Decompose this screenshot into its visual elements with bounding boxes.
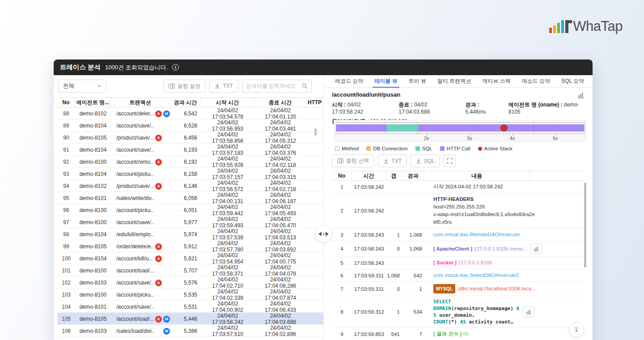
table-row[interactable]: 92demo-8100/account/remo...A6,19224/04/0…	[57, 156, 323, 168]
cell-end-time: 24/04/02 17:04:02.718	[254, 180, 307, 192]
multi-badge	[163, 195, 170, 202]
table-row[interactable]: 91demo-8104/account/save/...6,19324/04/0…	[57, 144, 323, 156]
table-row[interactable]: 99demo-8105/order/delete/e...A5,91224/04…	[57, 240, 323, 252]
column-header[interactable]: 경과	[402, 171, 424, 180]
column-header[interactable]	[530, 171, 584, 180]
column-header[interactable]: 갭	[386, 171, 402, 180]
sql-download-button[interactable]: SQL	[411, 154, 440, 167]
column-header[interactable]: 내용	[424, 171, 530, 180]
content-text: AS	[460, 319, 466, 325]
cell-elapsed: 5,386	[170, 328, 201, 334]
trace-row[interactable]: 817:03:59.3121534SELECTDOMAIN(repository…	[332, 296, 584, 328]
active-stack-marker[interactable]	[500, 124, 508, 132]
search-icon[interactable]	[301, 83, 308, 89]
method-link[interactable]: com.virtual.dao.RemoteDAO#execute	[433, 232, 520, 237]
window-header: 트레이스 분석 1000건 조회되었습니다. i	[54, 60, 593, 75]
column-header[interactable]: 시작 시간	[201, 98, 254, 107]
multi-badge: M	[163, 316, 170, 323]
tab-7[interactable]: SQL 요약	[561, 75, 584, 88]
tab-6[interactable]: 메소드 요약	[522, 75, 550, 88]
column-header[interactable]: 경과 시간	[170, 98, 201, 107]
table-row[interactable]: 103demo-8100/account/picku...5,53524/04/…	[57, 289, 323, 301]
tab-4[interactable]: 멀티 트랜잭션	[437, 75, 471, 88]
cell-no: 97	[57, 219, 75, 225]
columns-icon	[337, 158, 343, 163]
trace-row[interactable]: 217:03:58.242HTTP-HEADERShost=255.255.25…	[332, 193, 584, 229]
trace-row[interactable]: 417:03:58.24301,068[ ApacheClient ] 127.…	[332, 241, 584, 257]
cell-elapsed: 6,193	[170, 147, 201, 153]
scroll-to-bottom-button[interactable]	[569, 322, 584, 337]
trace-row[interactable]: 617:03:59.3111,068542com.virtual.dao.Sel…	[332, 269, 584, 282]
txt-download-button-right[interactable]: TXT	[378, 154, 407, 167]
search-input[interactable]	[246, 83, 301, 89]
method-link[interactable]: com.virtual.dao.SelectDAO#execute2	[433, 272, 519, 278]
cell-no: 99	[57, 243, 75, 250]
column-header[interactable]: 트랜잭션	[111, 98, 170, 107]
tab-5[interactable]: 액티브 스택	[482, 75, 510, 88]
table-row[interactable]: 105demo-8105/account/load/...AM5,44624/0…	[57, 313, 323, 325]
table-row[interactable]: 102demo-8103/account/save/...A5,57624/04…	[57, 276, 323, 289]
left-scrollbar[interactable]	[314, 128, 317, 136]
tab-2[interactable]: 테이블 뷰	[374, 75, 397, 88]
tab-1[interactable]: 레코드 요약	[335, 75, 363, 88]
row-chart-button[interactable]	[523, 306, 534, 317]
expand-button[interactable]	[444, 155, 456, 167]
table-row[interactable]: 89demo-8104/account/save/...6,52824/04/0…	[57, 119, 323, 132]
trace-row[interactable]: 517:03:58.243[ Socket ] 127.0.0.1:8105	[332, 257, 584, 269]
column-header[interactable]: HTTP	[307, 98, 323, 107]
table-row[interactable]: 94demo-8102/product/save/...A6,14624/04/…	[57, 180, 323, 192]
transaction-path: /account/picku...	[116, 292, 154, 298]
cell-no: 95	[57, 195, 75, 201]
multi-badge: M	[163, 328, 170, 335]
filter-dropdown[interactable]: 전체	[58, 80, 106, 93]
column-header[interactable]: 종료 시간	[254, 98, 307, 107]
column-header[interactable]: No	[332, 171, 352, 180]
trace-row[interactable]: 317:03:58.24311,068com.virtual.dao.Remot…	[332, 229, 584, 241]
table-row[interactable]: 93demo-8104/account/picku...6,15824/04/0…	[57, 168, 323, 180]
multi-badge	[163, 135, 170, 141]
cell-content: com.virtual.dao.RemoteDAO#execute	[424, 229, 584, 241]
chart-icon[interactable]	[577, 92, 585, 100]
content-text: A	[516, 306, 519, 311]
column-header[interactable]: 시간	[352, 171, 386, 180]
column-header[interactable]: 에이전트 명...	[75, 98, 111, 107]
error-badge: A	[155, 110, 162, 117]
table-row[interactable]: 106demo-8103/sales/load/divi...M5,38624/…	[57, 325, 323, 337]
table-row[interactable]: 90demo-8105/product/save/...A6,45624/04/…	[57, 132, 323, 144]
txt-download-button[interactable]: TXT	[209, 80, 238, 93]
cell-time: 17:03:59.311	[352, 273, 386, 278]
cell-start-time: 24/04/02 17:03:57.780	[201, 240, 254, 253]
resize-left-arrow-icon	[318, 232, 322, 236]
cell-elapsed: 6,158	[170, 171, 201, 177]
meta-item: 시작 : 04/02 17:03:58.242	[332, 101, 389, 115]
panel-resize-handle[interactable]	[315, 225, 332, 242]
info-icon[interactable]: i	[172, 64, 179, 71]
table-row[interactable]: 104demo-8101/account/save/...5,53124/04/…	[57, 301, 323, 313]
column-header[interactable]: No	[57, 98, 75, 107]
table-row[interactable]: 97demo-8100/account/save/...5,97724/04/0…	[57, 216, 323, 228]
table-row[interactable]: 101demo-8100/account/load/...5,70724/04/…	[57, 264, 323, 276]
cell-no: 89	[57, 123, 75, 129]
column-settings-button[interactable]: 컬럼 설정	[163, 80, 206, 93]
cell-agent: demo-8101	[75, 195, 111, 201]
row-chart-button[interactable]	[530, 243, 542, 254]
trace-timeline[interactable]: 2s3s4s5s	[334, 120, 587, 142]
transaction-path: /account/load/...	[116, 268, 154, 274]
right-scrollbar[interactable]	[584, 183, 586, 268]
table-row[interactable]: 100demo-8104/account/kill/u...A5,82124/0…	[57, 252, 323, 264]
table-row[interactable]: 96demo-8100/account/picku...6,05124/04/0…	[57, 204, 323, 216]
table-row[interactable]: 98demo-8104/edu/kill/emplo...5,97424/04/…	[57, 228, 323, 240]
tab-3[interactable]: 트리 뷰	[409, 75, 426, 88]
table-row[interactable]: 88demo-8102/account/delet...AM6,54224/04…	[57, 107, 323, 119]
trace-row[interactable]: 917:03:59.8535417[ 결과 건수 ] 66	[332, 328, 584, 340]
table-row[interactable]: 95demo-8101/sales/write/div...6,05624/04…	[57, 192, 323, 204]
trace-row[interactable]: 117:03:58.242시작 2024-04-02 17:03:58.242	[332, 181, 584, 193]
cell-no: 94	[57, 183, 75, 189]
cell-elapsed: 6,528	[170, 123, 201, 129]
content-text: activity count…	[466, 319, 513, 325]
cell-start-time: 24/04/02 17:03:57.539	[201, 228, 254, 241]
cell-gap: 0	[386, 286, 402, 292]
column-select-button[interactable]: 컬럼 선택	[332, 154, 374, 167]
cell-end-time: 24/04/02 17:04:06.187	[254, 192, 307, 204]
trace-row[interactable]: 717:03:59.31101MYSQLjdbc:mysql://localho…	[332, 282, 584, 296]
